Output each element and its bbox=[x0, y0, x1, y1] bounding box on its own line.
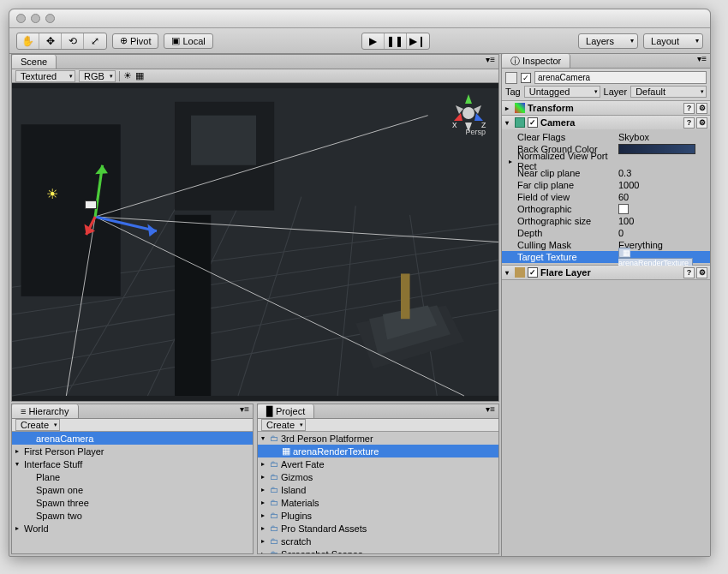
property-row[interactable]: Field of view60 bbox=[517, 191, 707, 203]
tag-dropdown[interactable]: Untagged bbox=[524, 86, 600, 98]
hierarchy-item[interactable]: Spawn three bbox=[12, 496, 253, 509]
property-value[interactable]: 100 bbox=[618, 216, 634, 226]
inspector-options-icon[interactable]: ▾≡ bbox=[697, 54, 707, 63]
help-icon[interactable]: ? bbox=[683, 117, 695, 129]
hierarchy-list[interactable]: arenaCamera▸First Person Player▾Interfac… bbox=[12, 432, 253, 553]
property-value[interactable]: 1000 bbox=[618, 180, 639, 190]
expand-icon[interactable]: ▸ bbox=[15, 524, 24, 532]
project-item[interactable]: ▸🗀Screenshot Scenes bbox=[258, 547, 498, 553]
hierarchy-item[interactable]: Spawn two bbox=[12, 509, 253, 522]
layout-dropdown[interactable]: Layout bbox=[643, 33, 703, 49]
transform-header[interactable]: ▸ Transform ?⚙ bbox=[502, 101, 710, 115]
property-row[interactable]: Depth0 bbox=[517, 227, 707, 239]
scene-viewport[interactable]: ☀ x z Persp bbox=[12, 83, 498, 401]
expand-icon[interactable]: ▾ bbox=[15, 460, 24, 468]
expand-icon[interactable]: ▾ bbox=[261, 434, 270, 442]
property-value[interactable]: Skybox bbox=[618, 132, 649, 142]
scale-tool-icon[interactable]: ⤢ bbox=[84, 33, 106, 49]
project-options-icon[interactable]: ▾≡ bbox=[486, 404, 495, 414]
color-field[interactable] bbox=[618, 144, 695, 154]
rotate-tool-icon[interactable]: ⟲ bbox=[62, 33, 84, 49]
close-dot[interactable] bbox=[16, 14, 26, 23]
property-row[interactable]: ▸Normalized View Port Rect bbox=[517, 155, 707, 167]
object-name-field[interactable] bbox=[534, 71, 707, 84]
active-checkbox[interactable]: ✓ bbox=[521, 73, 531, 83]
pause-icon[interactable]: ❚❚ bbox=[385, 33, 407, 49]
help-icon[interactable]: ? bbox=[683, 267, 695, 278]
help-icon[interactable]: ? bbox=[683, 103, 695, 114]
property-row[interactable]: Target Texture▦ arenaRenderTexture bbox=[502, 251, 710, 263]
hierarchy-item[interactable]: ▸World bbox=[12, 522, 253, 535]
gear-icon[interactable]: ⚙ bbox=[696, 117, 707, 129]
rendermode-dropdown[interactable]: RGB bbox=[79, 70, 116, 82]
project-create-dropdown[interactable]: Create bbox=[261, 419, 306, 431]
flare-header[interactable]: ▾ ✓ Flare Layer ?⚙ bbox=[502, 266, 710, 279]
property-checkbox[interactable] bbox=[618, 204, 629, 214]
gear-icon[interactable]: ⚙ bbox=[696, 103, 707, 114]
hierarchy-item[interactable]: ▸First Person Player bbox=[12, 445, 253, 457]
project-item[interactable]: ▸🗀Avert Fate bbox=[258, 457, 498, 470]
flare-enabled-checkbox[interactable]: ✓ bbox=[528, 267, 538, 278]
local-toggle[interactable]: ▣ Local bbox=[164, 33, 212, 49]
camera-header[interactable]: ▾ ✓ Camera ?⚙ bbox=[502, 116, 710, 129]
fold-icon[interactable]: ▸ bbox=[505, 105, 512, 112]
camera-gizmo-icon[interactable] bbox=[85, 200, 97, 209]
project-item[interactable]: ▸🗀Gizmos bbox=[258, 470, 498, 483]
property-row[interactable]: Orthographic bbox=[517, 203, 707, 215]
fold-icon[interactable]: ▸ bbox=[509, 158, 517, 165]
camera-enabled-checkbox[interactable]: ✓ bbox=[528, 117, 538, 128]
fold-icon[interactable]: ▾ bbox=[505, 269, 512, 277]
step-icon[interactable]: ▶❙ bbox=[407, 33, 429, 49]
property-value[interactable]: 0 bbox=[618, 228, 624, 238]
audio-toggle-icon[interactable]: ▦ bbox=[135, 70, 144, 81]
minimize-dot[interactable] bbox=[31, 14, 40, 23]
hierarchy-item[interactable]: ▾Interface Stuff bbox=[12, 457, 253, 470]
property-row[interactable]: Far clip plane1000 bbox=[517, 179, 707, 191]
project-item[interactable]: ▸🗀Island bbox=[258, 483, 498, 496]
property-row[interactable]: Orthographic size100 bbox=[517, 215, 707, 227]
play-icon[interactable]: ▶ bbox=[362, 33, 385, 49]
project-item[interactable]: ▸🗀Plugins bbox=[258, 509, 498, 522]
shading-dropdown[interactable]: Textured bbox=[15, 70, 75, 82]
tab-project[interactable]: ▉Project bbox=[258, 404, 314, 418]
property-row[interactable]: Clear FlagsSkybox bbox=[517, 131, 707, 143]
project-item[interactable]: ▦arenaRenderTexture bbox=[258, 445, 498, 457]
property-row[interactable]: Near clip plane0.3 bbox=[517, 167, 707, 179]
layers-dropdown[interactable]: Layers bbox=[578, 33, 638, 49]
expand-icon[interactable]: ▸ bbox=[261, 486, 270, 493]
expand-icon[interactable]: ▸ bbox=[261, 473, 270, 481]
layer-dropdown[interactable]: Default bbox=[630, 86, 707, 98]
project-item[interactable]: ▸🗀Materials bbox=[258, 496, 498, 509]
move-tool-icon[interactable]: ✥ bbox=[39, 33, 62, 49]
light-toggle-icon[interactable]: ☀ bbox=[123, 70, 132, 81]
hierarchy-item[interactable]: Plane bbox=[12, 470, 253, 483]
expand-icon[interactable]: ▸ bbox=[261, 524, 270, 532]
tab-inspector[interactable]: ⓘInspector bbox=[502, 54, 570, 68]
project-item[interactable]: ▾🗀3rd Person Platformer bbox=[258, 432, 498, 445]
hand-tool-icon[interactable]: ✋ bbox=[17, 33, 39, 49]
expand-icon[interactable]: ▸ bbox=[261, 550, 270, 553]
expand-icon[interactable]: ▸ bbox=[261, 511, 270, 519]
expand-icon[interactable]: ▸ bbox=[261, 460, 270, 468]
tab-scene[interactable]: Scene bbox=[12, 55, 57, 69]
hierarchy-create-dropdown[interactable]: Create bbox=[15, 419, 60, 431]
expand-icon[interactable]: ▸ bbox=[15, 447, 24, 455]
gear-icon[interactable]: ⚙ bbox=[696, 267, 707, 278]
tab-hierarchy[interactable]: ≡Hierarchy bbox=[12, 404, 79, 418]
zoom-dot[interactable] bbox=[45, 14, 55, 23]
property-value[interactable]: 0.3 bbox=[618, 168, 631, 178]
hierarchy-item[interactable]: arenaCamera bbox=[12, 432, 253, 445]
property-value[interactable]: 60 bbox=[618, 192, 629, 202]
scene-options-icon[interactable]: ▾≡ bbox=[486, 55, 495, 64]
project-item[interactable]: ▸🗀Pro Standard Assets bbox=[258, 522, 498, 535]
titlebar[interactable] bbox=[9, 9, 710, 28]
pivot-toggle[interactable]: ⊕ Pivot bbox=[112, 33, 158, 49]
fold-icon[interactable]: ▾ bbox=[505, 119, 512, 127]
light-gizmo-icon[interactable]: ☀ bbox=[46, 186, 58, 202]
expand-icon[interactable]: ▸ bbox=[261, 499, 270, 506]
hierarchy-options-icon[interactable]: ▾≡ bbox=[240, 404, 249, 414]
project-item[interactable]: ▸🗀scratch bbox=[258, 535, 498, 547]
hierarchy-item[interactable]: Spawn one bbox=[12, 483, 253, 496]
project-list[interactable]: ▾🗀3rd Person Platformer▦arenaRenderTextu… bbox=[258, 432, 498, 553]
expand-icon[interactable]: ▸ bbox=[261, 537, 270, 545]
